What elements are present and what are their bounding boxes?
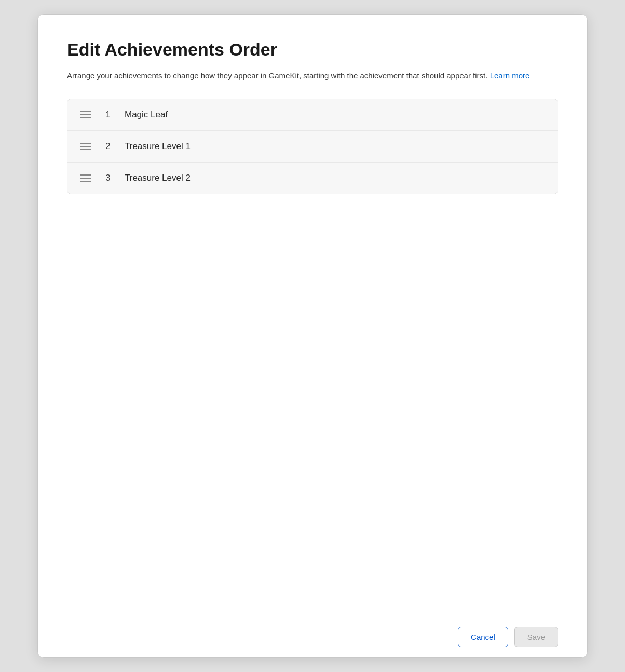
save-button[interactable]: Save [514,627,558,647]
row-number: 2 [102,142,114,151]
drag-handle-icon[interactable] [80,174,91,182]
description-text: Arrange your achievements to change how … [67,70,558,82]
achievements-list: 1Magic Leaf2Treasure Level 13Treasure Le… [67,99,558,194]
learn-more-link[interactable]: Learn more [490,71,530,80]
dialog-body: Edit Achievements Order Arrange your ach… [38,15,587,616]
list-item[interactable]: 2Treasure Level 1 [67,131,558,163]
row-number: 1 [102,110,114,119]
edit-achievements-dialog: Edit Achievements Order Arrange your ach… [37,14,588,658]
cancel-button[interactable]: Cancel [458,627,508,647]
description-body: Arrange your achievements to change how … [67,71,487,80]
page-title: Edit Achievements Order [67,39,558,60]
row-number: 3 [102,173,114,183]
drag-handle-icon[interactable] [80,143,91,150]
row-name: Treasure Level 2 [125,173,545,183]
row-name: Treasure Level 1 [125,141,545,152]
list-item[interactable]: 3Treasure Level 2 [67,163,558,194]
drag-handle-icon[interactable] [80,111,91,118]
row-name: Magic Leaf [125,110,545,120]
list-item[interactable]: 1Magic Leaf [67,99,558,131]
dialog-footer: Cancel Save [38,616,587,657]
